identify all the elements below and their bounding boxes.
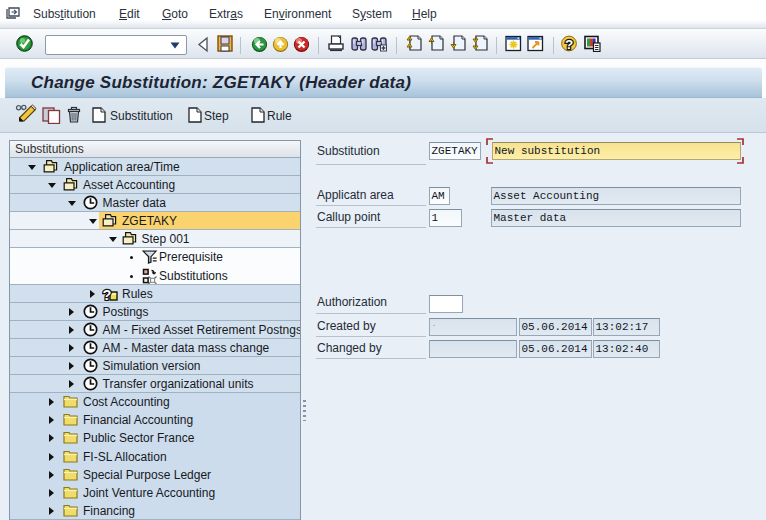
svg-text:?: ? [565,37,573,52]
svg-text:?: ? [103,287,112,301]
